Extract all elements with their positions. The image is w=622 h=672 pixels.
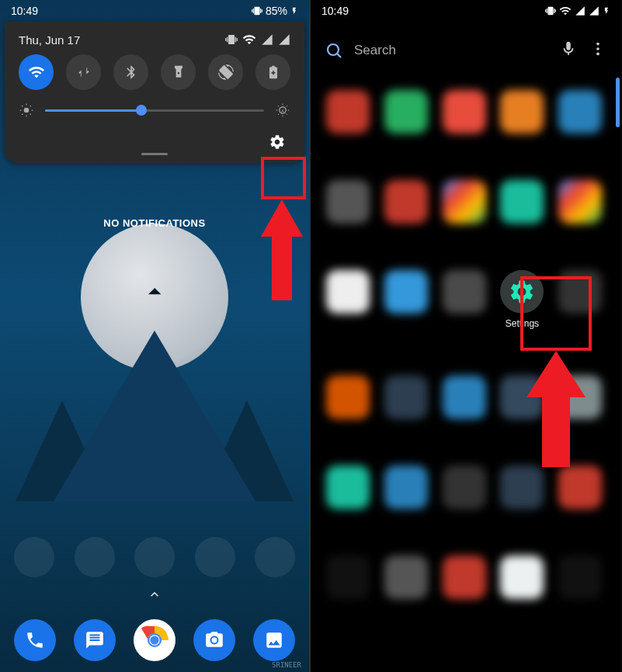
signal-icon	[261, 33, 273, 46]
brightness-thumb[interactable]	[136, 105, 147, 116]
app-icon[interactable]	[326, 466, 370, 509]
search-icon	[325, 41, 343, 60]
svg-point-7	[212, 638, 217, 643]
app-icon[interactable]	[558, 180, 602, 223]
wallpaper-mountain	[54, 331, 255, 501]
app-icon[interactable]	[558, 556, 602, 599]
app-icon[interactable]	[443, 376, 486, 419]
battery-saver-icon	[266, 64, 281, 80]
notification-panel: Thu, Jun 17	[5, 22, 304, 163]
app-icon[interactable]	[384, 466, 428, 509]
search-placeholder: Search	[354, 43, 548, 58]
app-icon[interactable]	[384, 556, 428, 599]
camera-icon	[204, 630, 224, 650]
qs-battery-tile[interactable]	[255, 54, 290, 90]
app-icon[interactable]	[443, 556, 486, 599]
charging-icon	[603, 5, 610, 16]
qs-rotate-tile[interactable]	[208, 54, 243, 90]
app-icon[interactable]	[500, 556, 544, 599]
app-drawer-handle[interactable]	[14, 587, 295, 605]
status-bar: 10:49 85%	[0, 0, 309, 22]
home-folder[interactable]	[134, 537, 175, 577]
status-time: 10:49	[321, 5, 349, 17]
quick-settings-row	[19, 54, 290, 90]
status-bar: 10:49	[311, 0, 621, 22]
phone-icon	[25, 630, 45, 650]
microphone-icon	[560, 40, 577, 57]
search-bar[interactable]: Search	[311, 31, 621, 70]
wifi-icon	[28, 64, 45, 81]
app-icon[interactable]	[384, 270, 428, 313]
app-drawer-grid[interactable]: Settings	[311, 90, 621, 599]
app-icon[interactable]	[558, 90, 602, 133]
app-icon[interactable]	[384, 90, 428, 133]
gear-icon	[269, 133, 286, 151]
messages-app[interactable]	[74, 619, 116, 661]
qs-bluetooth-tile[interactable]	[113, 54, 148, 90]
no-notifications-label: NO NOTIFICATIONS	[103, 217, 205, 229]
flashlight-icon	[171, 64, 186, 80]
wifi-icon	[559, 5, 572, 17]
home-folder[interactable]	[195, 537, 235, 577]
panel-date: Thu, Jun 17	[19, 33, 80, 47]
settings-gear-button[interactable]	[264, 129, 290, 155]
chrome-app[interactable]	[134, 619, 175, 661]
app-icon[interactable]	[326, 376, 370, 419]
app-icon[interactable]	[384, 376, 428, 419]
camera-app[interactable]	[193, 619, 235, 661]
home-folder[interactable]	[75, 537, 115, 577]
dock	[0, 537, 309, 661]
messages-icon	[85, 630, 105, 650]
battery-label: 85%	[266, 5, 287, 17]
brightness-low-icon	[19, 102, 34, 118]
panel-status-icons	[225, 33, 290, 47]
wallpaper-wolf: ◢◣	[148, 286, 161, 296]
app-icon[interactable]	[500, 90, 544, 133]
app-icon[interactable]	[500, 180, 544, 223]
app-icon[interactable]	[443, 466, 486, 509]
app-icon[interactable]	[326, 180, 370, 223]
gear-icon	[508, 278, 536, 306]
svg-point-11	[596, 53, 599, 56]
charging-icon	[290, 5, 298, 16]
qs-flashlight-tile[interactable]	[161, 54, 196, 90]
app-icon[interactable]	[326, 556, 370, 599]
qs-data-tile[interactable]	[66, 54, 101, 90]
svg-point-0	[24, 108, 30, 113]
annotation-arrow	[255, 199, 309, 308]
panel-drag-handle[interactable]	[141, 153, 168, 155]
more-options-button[interactable]	[589, 40, 607, 61]
status-time: 10:49	[11, 5, 38, 17]
scroll-indicator[interactable]	[616, 78, 620, 127]
settings-app[interactable]: Settings	[500, 270, 544, 329]
data-icon	[76, 64, 92, 80]
auto-brightness-icon[interactable]: A	[275, 102, 290, 118]
svg-point-10	[596, 47, 599, 50]
app-icon[interactable]	[443, 90, 486, 133]
wifi-icon	[242, 33, 256, 47]
app-icon[interactable]	[384, 180, 428, 223]
brightness-slider[interactable]	[45, 109, 264, 112]
app-icon[interactable]	[326, 90, 370, 133]
app-icon[interactable]	[443, 270, 486, 313]
signal-icon	[589, 5, 599, 16]
qs-wifi-tile[interactable]	[19, 54, 54, 90]
app-icon[interactable]	[326, 270, 370, 313]
brightness-row: A	[19, 102, 290, 118]
vibrate-icon	[252, 5, 262, 16]
chevron-up-icon	[147, 587, 162, 602]
home-folder[interactable]	[255, 537, 295, 577]
more-vert-icon	[589, 40, 606, 57]
home-folder[interactable]	[14, 537, 54, 577]
voice-search-button[interactable]	[559, 40, 578, 61]
svg-text:A: A	[281, 109, 284, 113]
signal-icon	[575, 5, 586, 16]
gallery-app[interactable]	[253, 619, 295, 661]
app-icon[interactable]	[558, 270, 602, 313]
vibrate-icon	[545, 5, 556, 16]
signal-icon	[278, 33, 290, 46]
app-icon[interactable]	[443, 180, 486, 223]
phone-app[interactable]	[14, 619, 56, 661]
vibrate-icon	[225, 33, 238, 46]
svg-point-6	[150, 636, 158, 644]
